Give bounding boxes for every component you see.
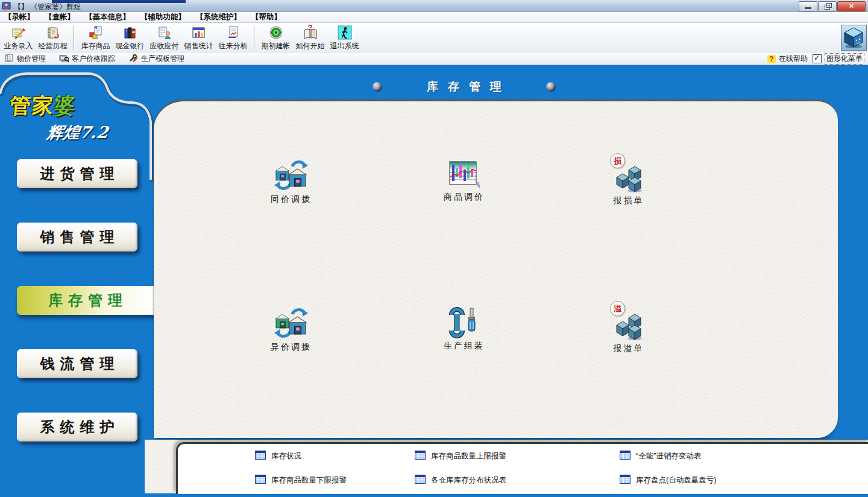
production-assembly-icon — [448, 307, 480, 338]
toolbar-inventory-goods[interactable]: 库存商品 — [78, 24, 113, 53]
toolbar-initial-account[interactable]: 期初建帐 — [259, 24, 293, 53]
menu-system-maintenance[interactable]: 【系统维护】 — [196, 12, 241, 22]
report-almighty-flow-table[interactable]: “全能”进销存变动表 — [620, 451, 701, 461]
window-title: 【】 《管家婆》辉煌 — [14, 2, 81, 12]
toolbar-label: 应收应付 — [150, 41, 179, 51]
toolbar-label: 期初建帐 — [262, 41, 291, 51]
sidebar-item-inventory-management[interactable]: 库存管理 — [17, 286, 154, 315]
toolbar-contacts-analysis[interactable]: 往来分析 — [216, 24, 250, 53]
toolbar-sales-statistics[interactable]: 销售统计 — [181, 24, 216, 53]
module-label: 报溢单 — [583, 343, 674, 354]
graphical-menu-toggle[interactable]: 图形化菜单 — [813, 53, 864, 65]
toolbar2-right: ? 在线帮助 图形化菜单 — [767, 53, 864, 65]
report-label: 库存盘点(自动盘赢盘亏) — [636, 475, 716, 486]
production-template-icon — [128, 53, 138, 65]
app-icon — [2, 1, 11, 10]
receivable-payable-icon — [157, 25, 172, 40]
table-icon — [255, 451, 266, 461]
module-goods-reprice[interactable]: 商品调价 — [419, 159, 509, 203]
report-label: 库存商品数量下限报警 — [271, 475, 347, 486]
toolbar: 业务录入 经营历程 — [0, 23, 868, 54]
customer-price-tracking-icon — [59, 53, 69, 65]
toolbar-label: 退出系统 — [330, 41, 359, 51]
sidebar-item-cashflow-management[interactable]: 钱流管理 — [17, 349, 137, 378]
checkbox-checked-icon[interactable] — [813, 54, 822, 63]
toolbar2-label: 客户价格跟踪 — [72, 54, 115, 64]
table-icon — [415, 475, 426, 486]
restore-button[interactable] — [818, 1, 837, 11]
loss-badge: 损 — [610, 153, 625, 168]
report-upper-limit-alert[interactable]: 库存商品数量上限报警 — [415, 451, 506, 461]
logo-brand: 管家婆 — [8, 92, 140, 120]
reports-panel: 库存状况 库存商品数量上限报警 “全能”进销存变动表 库存商品数量下限报警 — [176, 442, 868, 494]
toolbar-label: 业务录入 — [4, 41, 33, 51]
toolbar-exit-system[interactable]: 退出系统 — [327, 24, 362, 53]
toolbar2-price-management[interactable]: 物价管理 — [4, 53, 46, 65]
page-title-band: 库存管理 — [329, 78, 600, 95]
report-inventory-status[interactable]: 库存状况 — [255, 451, 301, 461]
graphical-menu-label[interactable]: 图形化菜单 — [825, 53, 864, 65]
menu-auxiliary[interactable]: 【辅助功能】 — [140, 12, 186, 22]
sales-statistics-icon — [192, 25, 206, 40]
table-icon — [620, 475, 631, 486]
logo-brand-part1: 管家 — [9, 93, 55, 118]
diff-price-transfer-icon — [274, 307, 308, 340]
toolbar-receivable-payable[interactable]: 应收应付 — [147, 24, 181, 53]
how-to-start-icon — [303, 25, 318, 40]
module-label: 生产组装 — [419, 341, 509, 352]
module-label: 异价调拨 — [246, 342, 336, 353]
module-label: 同价调拨 — [246, 194, 336, 205]
sidebar-item-purchase-management[interactable]: 进货管理 — [17, 159, 137, 188]
module-same-price-transfer[interactable]: 同价调拨 — [246, 159, 336, 205]
business-history-icon — [46, 25, 60, 40]
minimize-icon — [805, 7, 811, 9]
module-diff-price-transfer[interactable]: 异价调拨 — [246, 307, 336, 353]
toolbar2-customer-price-tracking[interactable]: 客户价格跟踪 — [59, 53, 115, 65]
report-warehouse-distribution[interactable]: 各仓库库存分布状况表 — [415, 475, 506, 486]
report-label: 库存状况 — [271, 451, 301, 461]
content-panel: 同价调拨 商品调价 损 — [154, 100, 838, 438]
online-help-label: 在线帮助 — [779, 54, 808, 64]
toolbar2-production-template[interactable]: 生产模板管理 — [128, 53, 184, 65]
overflow-badge: 溢 — [610, 301, 625, 316]
menubar: 【录帐】 【查帐】 【基本信息】 【辅助功能】 【系统维护】 【帮助】 — [0, 12, 868, 23]
cash-bank-icon — [123, 25, 137, 40]
toolbar-label: 往来分析 — [219, 41, 248, 51]
minimize-button[interactable] — [799, 1, 817, 11]
online-help-button[interactable]: ? 在线帮助 — [767, 54, 808, 64]
window-controls — [799, 1, 866, 11]
toolbar-label: 如何开始 — [296, 41, 325, 51]
module-label: 商品调价 — [419, 192, 509, 203]
report-label: “全能”进销存变动表 — [636, 451, 701, 461]
sphere-decoration-icon — [546, 82, 556, 92]
table-icon — [255, 475, 266, 486]
report-stocktaking[interactable]: 库存盘点(自动盘赢盘亏) — [620, 475, 716, 486]
close-button[interactable] — [837, 1, 866, 11]
help-question-icon: ? — [767, 55, 776, 63]
toolbar-how-to-start[interactable]: 如何开始 — [293, 24, 327, 53]
logo-brand-part2: 婆 — [54, 93, 78, 118]
toolbar-business-history[interactable]: 经营历程 — [36, 24, 70, 53]
toolbar-separator — [74, 26, 75, 51]
menu-help[interactable]: 【帮助】 — [251, 12, 281, 22]
toolbar-separator — [254, 26, 255, 51]
menu-query[interactable]: 【查帐】 — [45, 12, 75, 22]
sidebar-item-system-maintenance[interactable]: 系统维护 — [17, 413, 137, 442]
exit-system-icon — [338, 25, 352, 40]
main-area: 库存管理 管家婆 辉煌7.2 进货管理 销售管理 库存管理 钱流管理 系统维护 … — [0, 65, 868, 497]
sidebar-logo: 管家婆 辉煌7.2 — [10, 92, 139, 144]
report-lower-limit-alert[interactable]: 库存商品数量下限报警 — [255, 475, 347, 486]
menu-basic-info[interactable]: 【基本信息】 — [85, 12, 130, 22]
module-loss-report[interactable]: 损 报损单 — [583, 159, 674, 206]
module-production-assembly[interactable]: 生产组装 — [419, 307, 509, 352]
close-icon — [838, 2, 865, 11]
report-label: 各仓库库存分布状况表 — [431, 475, 506, 486]
toolbar-cash-bank[interactable]: 现金银行 — [113, 24, 147, 53]
menu-record[interactable]: 【录帐】 — [4, 12, 34, 22]
sidebar-item-sales-management[interactable]: 销售管理 — [17, 223, 137, 252]
module-overflow-report[interactable]: 溢 报溢单 — [583, 307, 674, 354]
business-entry-icon — [11, 25, 26, 40]
secondary-toolbar: 物价管理 客户价格跟踪 — [0, 53, 868, 65]
initial-account-icon — [269, 25, 283, 40]
toolbar-business-entry[interactable]: 业务录入 — [1, 24, 36, 53]
